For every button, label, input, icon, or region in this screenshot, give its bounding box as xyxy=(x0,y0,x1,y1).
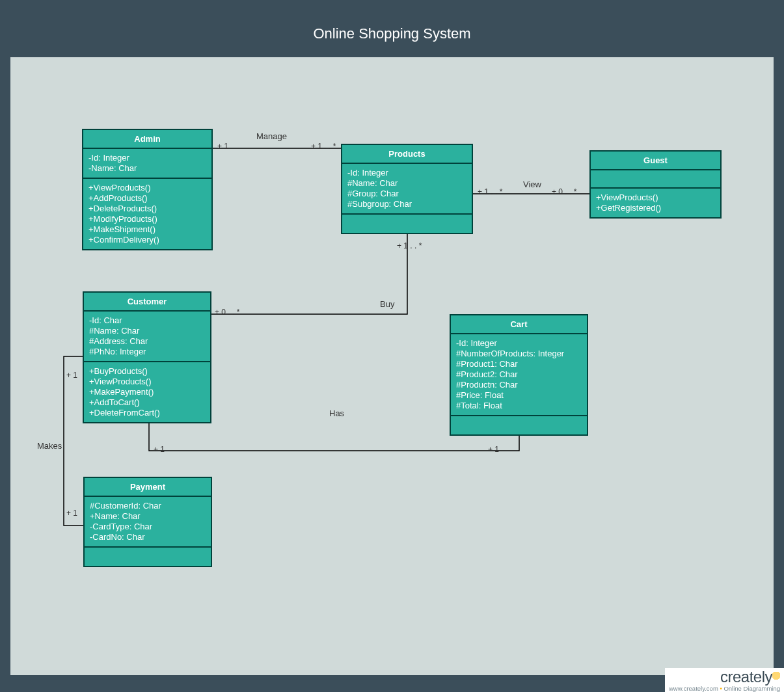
label-buy: Buy xyxy=(380,299,394,309)
class-products[interactable]: Products -Id: Integer #Name: Char #Group… xyxy=(341,144,473,234)
class-payment-attrs: #CustomerId: Char +Name: Char -CardType:… xyxy=(85,497,211,548)
mult-manage-2: + 1 . . * xyxy=(311,142,336,151)
label-has: Has xyxy=(329,408,344,418)
class-payment-ops xyxy=(85,548,211,566)
mult-manage-1: + 1 xyxy=(217,142,228,151)
label-view: View xyxy=(523,180,541,189)
class-customer-ops: +BuyProducts() +ViewProducts() +MakePaym… xyxy=(84,362,210,422)
class-payment-name: Payment xyxy=(85,478,211,497)
class-products-attrs: -Id: Integer #Name: Char #Group: Char #S… xyxy=(342,164,472,215)
class-customer-name: Customer xyxy=(84,293,210,312)
mult-makes-2: + 1 xyxy=(66,509,77,518)
label-manage: Manage xyxy=(256,131,287,141)
assoc-buy xyxy=(211,229,407,314)
diagram-title-text: Online Shopping System xyxy=(313,25,470,42)
class-guest-attrs xyxy=(591,170,720,189)
mult-view-2: + 0 . . * xyxy=(552,187,576,196)
mult-has-1: + 1 xyxy=(154,445,165,454)
class-admin-attrs: -Id: Integer -Name: Char xyxy=(83,149,211,179)
footer-text: Online Diagramming xyxy=(723,685,780,692)
dot-icon: • xyxy=(720,685,722,692)
class-products-name: Products xyxy=(342,145,472,164)
class-cart-attrs: -Id: Integer #NumberOfProducts: Integer … xyxy=(451,334,587,416)
class-cart-name: Cart xyxy=(451,315,587,334)
class-guest-ops: +ViewProducts() +GetRegistered() xyxy=(591,189,720,217)
footer-site: www.creately.com xyxy=(669,685,718,692)
mult-view-1: + 1 . . * xyxy=(478,187,502,196)
class-guest-name: Guest xyxy=(591,152,720,170)
class-admin-name: Admin xyxy=(83,130,211,149)
label-makes: Makes xyxy=(37,441,62,451)
bottom-strip xyxy=(10,675,774,682)
class-admin-ops: +ViewProducts() +AddProducts() +DeletePr… xyxy=(83,179,211,249)
diagram-canvas: Manage + 1 + 1 . . * View + 1 . . * + 0 … xyxy=(10,57,774,682)
class-guest[interactable]: Guest +ViewProducts() +GetRegistered() xyxy=(589,150,722,219)
assoc-makes xyxy=(64,356,83,526)
class-products-ops xyxy=(342,215,472,233)
mult-buy-1: + 1 . . * xyxy=(397,241,422,250)
mult-has-2: + 1 xyxy=(488,445,499,454)
class-cart-ops xyxy=(451,416,587,434)
class-cart[interactable]: Cart -Id: Integer #NumberOfProducts: Int… xyxy=(450,314,588,436)
class-customer-attrs: -Id: Char #Name: Char #Address: Char #Ph… xyxy=(84,312,210,362)
diagram-title: Online Shopping System xyxy=(10,10,774,57)
class-payment[interactable]: Payment #CustomerId: Char +Name: Char -C… xyxy=(83,477,212,567)
class-customer[interactable]: Customer -Id: Char #Name: Char #Address:… xyxy=(83,291,211,423)
mult-makes-1: + 1 xyxy=(66,371,77,380)
class-admin[interactable]: Admin -Id: Integer -Name: Char +ViewProd… xyxy=(82,129,213,250)
diagram-frame: Online Shopping System Manage + 1 + 1 . … xyxy=(0,0,784,692)
mult-buy-2: + 0 . . * xyxy=(215,308,239,317)
